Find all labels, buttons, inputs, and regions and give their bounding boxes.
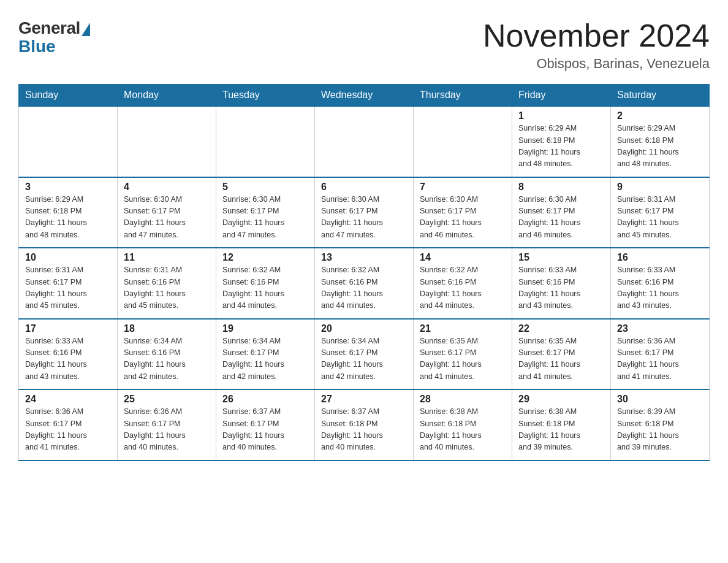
day-info: Sunrise: 6:35 AMSunset: 6:17 PMDaylight:… bbox=[420, 335, 506, 383]
day-info: Sunrise: 6:37 AMSunset: 6:18 PMDaylight:… bbox=[321, 406, 407, 454]
day-info: Sunrise: 6:34 AMSunset: 6:16 PMDaylight:… bbox=[124, 335, 210, 383]
calendar-cell: 26Sunrise: 6:37 AMSunset: 6:17 PMDayligh… bbox=[216, 389, 315, 461]
calendar-cell: 3Sunrise: 6:29 AMSunset: 6:18 PMDaylight… bbox=[19, 177, 118, 248]
calendar-cell bbox=[19, 106, 118, 177]
day-number: 5 bbox=[222, 182, 308, 193]
calendar-cell: 6Sunrise: 6:30 AMSunset: 6:17 PMDaylight… bbox=[315, 177, 414, 248]
calendar-cell: 8Sunrise: 6:30 AMSunset: 6:17 PMDaylight… bbox=[512, 177, 611, 248]
column-header-sunday: Sunday bbox=[19, 85, 118, 107]
day-number: 29 bbox=[518, 394, 604, 405]
calendar-cell: 20Sunrise: 6:34 AMSunset: 6:17 PMDayligh… bbox=[315, 319, 414, 390]
calendar-cell: 22Sunrise: 6:35 AMSunset: 6:17 PMDayligh… bbox=[512, 319, 611, 390]
day-number: 13 bbox=[321, 252, 407, 263]
calendar-cell: 9Sunrise: 6:31 AMSunset: 6:17 PMDaylight… bbox=[611, 177, 710, 248]
column-header-wednesday: Wednesday bbox=[315, 85, 414, 107]
day-number: 16 bbox=[617, 252, 703, 263]
day-info: Sunrise: 6:34 AMSunset: 6:17 PMDaylight:… bbox=[222, 335, 308, 383]
calendar-cell: 7Sunrise: 6:30 AMSunset: 6:17 PMDaylight… bbox=[414, 177, 512, 248]
day-info: Sunrise: 6:36 AMSunset: 6:17 PMDaylight:… bbox=[25, 406, 111, 454]
day-number: 18 bbox=[124, 323, 210, 334]
day-number: 19 bbox=[222, 323, 308, 334]
calendar-cell: 15Sunrise: 6:33 AMSunset: 6:16 PMDayligh… bbox=[512, 248, 611, 319]
calendar-cell: 4Sunrise: 6:30 AMSunset: 6:17 PMDaylight… bbox=[118, 177, 216, 248]
day-info: Sunrise: 6:39 AMSunset: 6:18 PMDaylight:… bbox=[617, 406, 703, 454]
calendar-cell: 28Sunrise: 6:38 AMSunset: 6:18 PMDayligh… bbox=[414, 389, 512, 461]
calendar-cell: 24Sunrise: 6:36 AMSunset: 6:17 PMDayligh… bbox=[19, 389, 118, 461]
logo-general-text: General bbox=[18, 18, 80, 38]
calendar-cell: 16Sunrise: 6:33 AMSunset: 6:16 PMDayligh… bbox=[611, 248, 710, 319]
day-number: 11 bbox=[124, 252, 210, 263]
calendar-cell bbox=[315, 106, 414, 177]
header-row: SundayMondayTuesdayWednesdayThursdayFrid… bbox=[19, 85, 710, 107]
day-number: 25 bbox=[124, 394, 210, 405]
column-header-monday: Monday bbox=[118, 85, 216, 107]
calendar-cell: 2Sunrise: 6:29 AMSunset: 6:18 PMDaylight… bbox=[611, 106, 710, 177]
day-number: 3 bbox=[25, 182, 111, 193]
day-info: Sunrise: 6:31 AMSunset: 6:17 PMDaylight:… bbox=[25, 264, 111, 312]
column-header-friday: Friday bbox=[512, 85, 611, 107]
day-info: Sunrise: 6:36 AMSunset: 6:17 PMDaylight:… bbox=[617, 335, 703, 383]
day-info: Sunrise: 6:35 AMSunset: 6:17 PMDaylight:… bbox=[518, 335, 604, 383]
day-info: Sunrise: 6:29 AMSunset: 6:18 PMDaylight:… bbox=[617, 123, 703, 170]
logo-triangle-icon bbox=[82, 23, 90, 36]
calendar-cell: 30Sunrise: 6:39 AMSunset: 6:18 PMDayligh… bbox=[611, 389, 710, 461]
day-info: Sunrise: 6:32 AMSunset: 6:16 PMDaylight:… bbox=[222, 264, 308, 312]
day-number: 6 bbox=[321, 182, 407, 193]
week-row-1: 1Sunrise: 6:29 AMSunset: 6:18 PMDaylight… bbox=[19, 106, 710, 177]
calendar-cell bbox=[216, 106, 315, 177]
day-number: 10 bbox=[25, 252, 111, 263]
day-number: 23 bbox=[617, 323, 703, 334]
calendar-cell: 18Sunrise: 6:34 AMSunset: 6:16 PMDayligh… bbox=[118, 319, 216, 390]
day-info: Sunrise: 6:31 AMSunset: 6:17 PMDaylight:… bbox=[617, 194, 703, 242]
day-info: Sunrise: 6:33 AMSunset: 6:16 PMDaylight:… bbox=[617, 264, 703, 312]
week-row-2: 3Sunrise: 6:29 AMSunset: 6:18 PMDaylight… bbox=[19, 177, 710, 248]
title-area: November 2024 Obispos, Barinas, Venezuel… bbox=[483, 18, 710, 72]
calendar-cell: 13Sunrise: 6:32 AMSunset: 6:16 PMDayligh… bbox=[315, 248, 414, 319]
calendar-cell: 11Sunrise: 6:31 AMSunset: 6:16 PMDayligh… bbox=[118, 248, 216, 319]
calendar-cell: 1Sunrise: 6:29 AMSunset: 6:18 PMDaylight… bbox=[512, 106, 611, 177]
calendar-cell: 12Sunrise: 6:32 AMSunset: 6:16 PMDayligh… bbox=[216, 248, 315, 319]
calendar-cell: 29Sunrise: 6:38 AMSunset: 6:18 PMDayligh… bbox=[512, 389, 611, 461]
day-number: 20 bbox=[321, 323, 407, 334]
day-info: Sunrise: 6:36 AMSunset: 6:17 PMDaylight:… bbox=[124, 406, 210, 454]
day-info: Sunrise: 6:30 AMSunset: 6:17 PMDaylight:… bbox=[124, 194, 210, 242]
day-info: Sunrise: 6:30 AMSunset: 6:17 PMDaylight:… bbox=[222, 194, 308, 242]
day-number: 1 bbox=[518, 110, 604, 121]
week-row-3: 10Sunrise: 6:31 AMSunset: 6:17 PMDayligh… bbox=[19, 248, 710, 319]
day-number: 14 bbox=[420, 252, 506, 263]
day-number: 7 bbox=[420, 182, 506, 193]
column-header-saturday: Saturday bbox=[611, 85, 710, 107]
calendar-cell: 21Sunrise: 6:35 AMSunset: 6:17 PMDayligh… bbox=[414, 319, 512, 390]
day-info: Sunrise: 6:29 AMSunset: 6:18 PMDaylight:… bbox=[25, 194, 111, 242]
day-number: 2 bbox=[617, 110, 703, 121]
day-info: Sunrise: 6:30 AMSunset: 6:17 PMDaylight:… bbox=[518, 194, 604, 242]
day-number: 17 bbox=[25, 323, 111, 334]
day-info: Sunrise: 6:33 AMSunset: 6:16 PMDaylight:… bbox=[518, 264, 604, 312]
location-title: Obispos, Barinas, Venezuela bbox=[483, 56, 710, 72]
day-number: 27 bbox=[321, 394, 407, 405]
calendar-cell: 10Sunrise: 6:31 AMSunset: 6:17 PMDayligh… bbox=[19, 248, 118, 319]
day-info: Sunrise: 6:33 AMSunset: 6:16 PMDaylight:… bbox=[25, 335, 111, 383]
day-number: 15 bbox=[518, 252, 604, 263]
day-info: Sunrise: 6:38 AMSunset: 6:18 PMDaylight:… bbox=[420, 406, 506, 454]
calendar-cell: 23Sunrise: 6:36 AMSunset: 6:17 PMDayligh… bbox=[611, 319, 710, 390]
day-number: 24 bbox=[25, 394, 111, 405]
day-number: 8 bbox=[518, 182, 604, 193]
calendar-table: SundayMondayTuesdayWednesdayThursdayFrid… bbox=[18, 84, 710, 461]
calendar-cell: 25Sunrise: 6:36 AMSunset: 6:17 PMDayligh… bbox=[118, 389, 216, 461]
calendar-cell bbox=[118, 106, 216, 177]
day-info: Sunrise: 6:29 AMSunset: 6:18 PMDaylight:… bbox=[518, 123, 604, 170]
column-header-tuesday: Tuesday bbox=[216, 85, 315, 107]
day-number: 28 bbox=[420, 394, 506, 405]
day-number: 9 bbox=[617, 182, 703, 193]
logo-blue-text: Blue bbox=[18, 37, 56, 56]
day-info: Sunrise: 6:38 AMSunset: 6:18 PMDaylight:… bbox=[518, 406, 604, 454]
calendar-cell: 17Sunrise: 6:33 AMSunset: 6:16 PMDayligh… bbox=[19, 319, 118, 390]
week-row-5: 24Sunrise: 6:36 AMSunset: 6:17 PMDayligh… bbox=[19, 389, 710, 461]
day-number: 4 bbox=[124, 182, 210, 193]
day-number: 26 bbox=[222, 394, 308, 405]
calendar-cell: 14Sunrise: 6:32 AMSunset: 6:16 PMDayligh… bbox=[414, 248, 512, 319]
header: General Blue November 2024 Obispos, Bari… bbox=[18, 18, 710, 72]
month-title: November 2024 bbox=[483, 18, 710, 53]
logo: General Blue bbox=[18, 18, 90, 56]
